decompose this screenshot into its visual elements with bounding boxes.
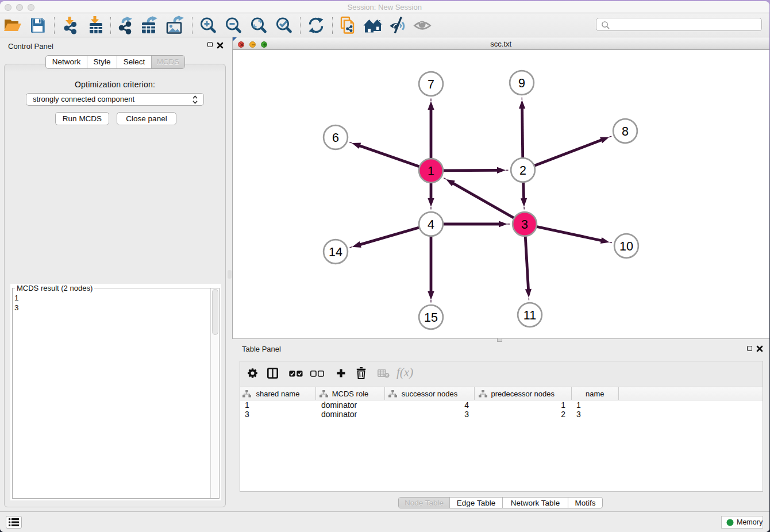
svg-text:14: 14 [329,245,342,259]
svg-text:2: 2 [519,164,526,178]
svg-text:1: 1 [428,164,434,178]
svg-text:15: 15 [424,311,438,325]
svg-text:7: 7 [428,78,434,91]
svg-text:3: 3 [521,218,528,232]
svg-text:9: 9 [518,76,525,90]
svg-text:4: 4 [428,218,434,232]
svg-text:10: 10 [619,240,633,253]
svg-text:8: 8 [622,125,629,138]
svg-text:6: 6 [332,131,339,145]
svg-text:11: 11 [523,309,536,322]
